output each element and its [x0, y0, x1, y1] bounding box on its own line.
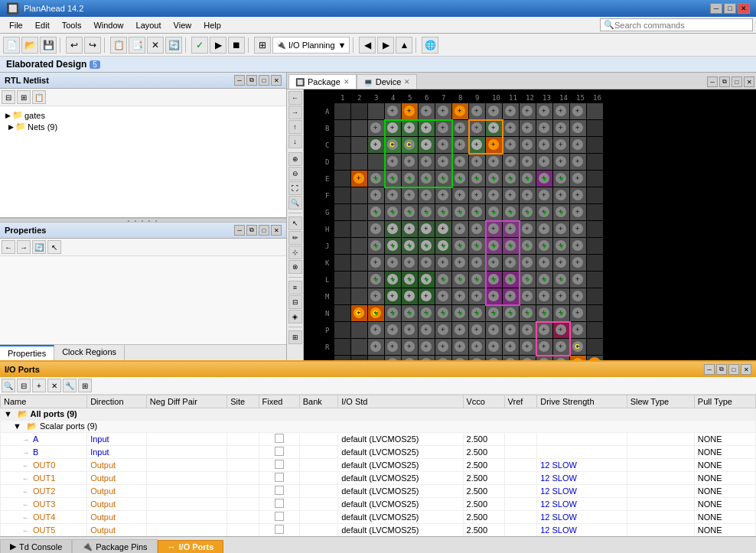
tool-btn8[interactable]: ⊞ — [288, 330, 302, 344]
tb-new-button[interactable]: 📄 — [3, 37, 20, 54]
props-float-button[interactable]: ⧉ — [246, 225, 257, 236]
menu-tools[interactable]: Tools — [56, 19, 88, 31]
tb-stop-button[interactable]: ⏹ — [228, 37, 245, 54]
tool-btn2[interactable]: ✏ — [288, 231, 302, 245]
tb-globe-button[interactable]: 🌐 — [422, 37, 438, 54]
tb-run-button[interactable]: ▶ — [210, 37, 226, 54]
col-vref[interactable]: Vref — [504, 395, 537, 408]
col-slew-type[interactable]: Slew Type — [627, 395, 694, 408]
rtl-maximize-button[interactable]: □ — [259, 75, 269, 86]
zoom-out-button[interactable]: ⊖ — [288, 167, 302, 181]
props-forward-button[interactable]: → — [17, 240, 31, 254]
rtl-icon3[interactable]: 📋 — [32, 90, 46, 104]
tab-package[interactable]: 🔲 Package ✕ — [288, 74, 357, 89]
menu-layout[interactable]: Layout — [130, 19, 168, 31]
nav-up-button[interactable]: ↑ — [288, 120, 302, 134]
menu-edit[interactable]: Edit — [29, 19, 56, 31]
nav-left-button[interactable]: ← — [288, 91, 302, 105]
rtl-close-button[interactable]: ✕ — [271, 75, 282, 86]
io-search-button[interactable]: 🔍 — [2, 379, 15, 392]
col-name[interactable]: Name — [1, 395, 87, 408]
tb-btn3[interactable]: 📋 — [110, 37, 127, 54]
props-cursor-button[interactable]: ↖ — [47, 240, 61, 254]
zoom-fit-button[interactable]: ⛶ — [288, 181, 302, 195]
rtl-minimize-button[interactable]: ─ — [234, 75, 245, 86]
zoom-in-button[interactable]: ⊕ — [288, 152, 302, 166]
io-minimize-button[interactable]: ─ — [704, 364, 715, 375]
view-maximize-button[interactable]: □ — [732, 76, 742, 87]
tb-btn4[interactable]: 📑 — [129, 37, 145, 54]
zoom-sel-button[interactable]: 🔍 — [288, 196, 302, 210]
tool-btn6[interactable]: ⊟ — [288, 295, 302, 309]
tb-layout-button[interactable]: ⊞ — [254, 37, 271, 54]
io-filter-button[interactable]: ⊟ — [17, 379, 31, 392]
tree-item-gates[interactable]: ▶ 📁 gates — [3, 109, 283, 121]
io-float-button[interactable]: ⧉ — [716, 364, 727, 375]
col-pull-type[interactable]: Pull Type — [694, 395, 755, 408]
minimize-button[interactable]: ─ — [710, 3, 722, 14]
select-button[interactable]: ↖ — [288, 216, 302, 230]
menu-file[interactable]: File — [3, 19, 29, 31]
io-close-button[interactable]: ✕ — [741, 364, 751, 375]
col-io-std[interactable]: I/O Std — [338, 395, 463, 408]
col-fixed[interactable]: Fixed — [259, 395, 299, 408]
io-tool6[interactable]: ⊞ — [78, 379, 92, 392]
col-direction[interactable]: Direction — [87, 395, 147, 408]
tb-refresh-button[interactable]: 🔄 — [165, 37, 182, 54]
search-box[interactable]: 🔍 — [600, 18, 753, 31]
view-minimize-button[interactable]: ─ — [707, 76, 718, 87]
nav-down-button[interactable]: ↓ — [288, 135, 302, 148]
tab-package-pins[interactable]: 🔌 Package Pins — [72, 539, 157, 553]
props-refresh-button[interactable]: 🔄 — [32, 240, 46, 254]
tool-btn4[interactable]: ⊗ — [288, 260, 302, 274]
close-button[interactable]: ✕ — [738, 3, 750, 14]
tool-btn5[interactable]: ≡ — [288, 281, 302, 294]
nav-right-button[interactable]: → — [288, 106, 302, 119]
menu-view[interactable]: View — [168, 19, 198, 31]
menu-help[interactable]: Help — [197, 19, 227, 31]
props-close-button[interactable]: ✕ — [271, 225, 282, 236]
tb-open-button[interactable]: 📂 — [21, 37, 38, 54]
tb-check-button[interactable]: ✓ — [191, 37, 208, 54]
io-add-button[interactable]: + — [32, 379, 46, 392]
package-grid-view[interactable] — [304, 89, 756, 360]
tool-btn7[interactable]: ◈ — [288, 310, 302, 324]
view-float-button[interactable]: ⧉ — [719, 76, 730, 87]
device-tab-close[interactable]: ✕ — [404, 78, 410, 86]
tb-arrow-left[interactable]: ◀ — [359, 37, 376, 54]
menu-window[interactable]: Window — [87, 19, 129, 31]
view-close-button[interactable]: ✕ — [744, 76, 754, 87]
tb-undo-button[interactable]: ↩ — [66, 37, 83, 54]
col-drive-strength[interactable]: Drive Strength — [537, 395, 627, 408]
props-maximize-button[interactable]: □ — [259, 225, 269, 236]
tab-io-ports[interactable]: ↔ I/O Ports — [158, 540, 224, 553]
tab-properties[interactable]: Properties — [0, 345, 54, 360]
io-planning-dropdown[interactable]: 🔌 I/O Planning ▼ — [272, 37, 350, 54]
maximize-button[interactable]: □ — [724, 3, 736, 14]
col-neg-diff[interactable]: Neg Diff Pair — [146, 395, 226, 408]
package-tab-close[interactable]: ✕ — [344, 78, 350, 86]
col-vcco[interactable]: Vcco — [463, 395, 504, 408]
io-tool5[interactable]: 🔧 — [63, 379, 77, 392]
tab-device[interactable]: 💻 Device ✕ — [357, 74, 418, 89]
rtl-float-button[interactable]: ⧉ — [246, 75, 257, 86]
tb-redo-button[interactable]: ↪ — [84, 37, 101, 54]
tab-clock-regions[interactable]: Clock Regions — [54, 345, 125, 360]
tb-delete-button[interactable]: ✕ — [147, 37, 164, 54]
io-maximize-button[interactable]: □ — [728, 364, 739, 375]
tb-save-button[interactable]: 💾 — [40, 37, 57, 54]
io-delete-button[interactable]: ✕ — [47, 379, 61, 392]
col-site[interactable]: Site — [227, 395, 259, 408]
col-bank[interactable]: Bank — [299, 395, 337, 408]
rtl-filter-button[interactable]: ⊟ — [2, 90, 15, 104]
tb-arrow-up[interactable]: ▲ — [396, 37, 412, 54]
rtl-expand-button[interactable]: ⊞ — [17, 90, 31, 104]
tool-btn3[interactable]: ⊹ — [288, 246, 302, 259]
tree-item-nets[interactable]: ▶ 📁 Nets (9) — [3, 121, 283, 132]
props-minimize-button[interactable]: ─ — [234, 225, 245, 236]
props-back-button[interactable]: ← — [2, 240, 15, 254]
tab-td-console[interactable]: ▶ Td Console — [0, 539, 72, 553]
search-input[interactable] — [614, 21, 737, 30]
io-table[interactable]: Name Direction Neg Diff Pair Site Fixed … — [0, 395, 756, 536]
tb-arrow-right[interactable]: ▶ — [377, 37, 394, 54]
